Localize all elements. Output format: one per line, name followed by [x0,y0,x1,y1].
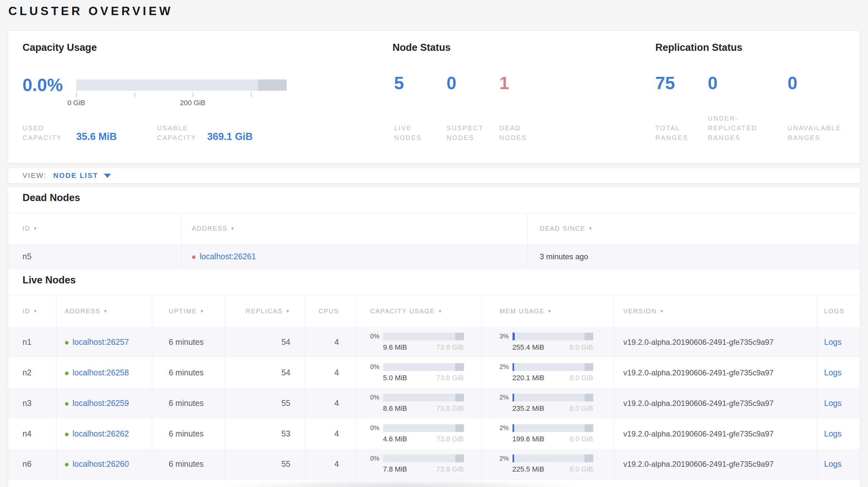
dead-nodes-count: 1 [499,73,509,93]
total-ranges-label: TOTAL RANGES [655,123,688,142]
unavailable-ranges-count: 0 [787,73,798,93]
dead-status-dot-icon [192,255,196,259]
capacity-total-value: 73.8 GiB [436,343,464,352]
mem-bar-tail [585,455,593,462]
live-nodes-label: LIVE NODES [394,123,422,142]
view-selector[interactable]: NODE LIST [53,171,111,180]
sort-arrow-icon: ▼ [33,226,38,231]
capacity-usage-bar [383,363,464,371]
total-ranges-count: 75 [655,73,675,93]
logs-link[interactable]: Logs [824,429,842,438]
capacity-total-value: 73.8 GiB [436,435,464,443]
node-address-cell: localhost:26257 [56,327,152,357]
node-replicas-count: 53 [224,419,305,449]
mem-used-value: 235.2 MiB [513,404,544,413]
node-address-link[interactable]: localhost:26262 [73,429,129,438]
replication-status-panel: Replication Status 75 TOTAL RANGES 0 UND… [655,31,861,163]
mem-total-value: 8.0 GiB [569,374,593,382]
column-header-mem-usage[interactable]: MEM USAGE▼ [481,296,614,327]
node-address-cell: localhost:26259 [56,388,152,419]
capacity-usage-cell: 0% 8.6 MiB 73.8 GiB [355,388,481,419]
tick-label-200gib: 200 GiB [167,99,218,107]
column-header-version[interactable]: VERSION▼ [614,296,817,327]
node-address-link[interactable]: localhost:26260 [73,459,129,468]
node-version-cell: v19.2.0-alpha.20190606-2491-gfe735c9a97 [614,419,817,449]
column-header-replicas[interactable]: REPLICAS▼ [224,296,305,327]
sort-arrow-icon: ▼ [230,226,235,231]
cluster-overview-page: CLUSTER OVERVIEW Capacity Usage 0.0% 0 G… [0,0,868,487]
node-cpus-count: 4 [305,357,355,388]
mem-usage-cell: 2% 199.6 MiB 8.0 GiB [481,419,614,449]
node-id: n3 [8,388,56,419]
mem-bar-tail [585,363,593,371]
live-nodes-count: 5 [394,73,404,93]
node-uptime: 6 minutes [152,449,224,480]
node-replicas-count: 55 [224,388,305,419]
node-status-panel: Node Status 5 LIVE NODES 0 SUSPECT NODES… [393,31,644,163]
mem-bar-tail [585,424,593,432]
mem-usage-bar [513,394,593,401]
column-header-dead-since[interactable]: DEAD SINCE▼ [527,214,860,244]
mem-bar-tail [585,333,593,340]
node-uptime: 6 minutes [152,419,224,449]
under-replicated-label: UNDER- REPLICATED RANGES [708,113,757,142]
node-id: n2 [8,357,56,388]
column-header-id[interactable]: ID▼ [8,214,181,244]
capacity-usage-percent: 0% [370,424,383,432]
mem-usage-cell: 3% 255.4 MiB 8.0 GiB [481,327,614,357]
capacity-bar-tail [455,394,464,401]
axis-tick [76,93,77,97]
logs-link[interactable]: Logs [824,398,842,408]
node-address-link[interactable]: localhost:26257 [73,337,129,347]
column-header-id[interactable]: ID▼ [8,296,56,327]
capacity-bar-tail [455,455,464,462]
mem-usage-percent: 2% [500,424,513,432]
column-header-cpus: CPUS [305,296,355,327]
capacity-used-value: 9.6 MiB [383,343,407,352]
capacity-percent: 0.0% [23,75,63,95]
live-nodes-table: ID▼ ADDRESS▼ UPTIME▼ REPLICAS▼ CPUS CAPA… [8,296,860,480]
node-version-cell: v19.2.0-alpha.20190606-2491-gfe735c9a97 [614,449,817,480]
mem-usage-percent: 2% [500,394,513,401]
unavailable-ranges-label: UNAVAILABLE RANGES [787,123,841,142]
logs-cell: Logs [817,327,860,357]
capacity-usage-cell: 0% 7.8 MiB 73.8 GiB [355,449,481,480]
node-cpus-count: 4 [305,327,355,357]
dead-node-row: n5 localhost:26261 3 minutes ago [8,244,860,269]
column-header-capacity-usage[interactable]: CAPACITY USAGE▼ [355,296,481,327]
column-header-address[interactable]: ADDRESS▼ [181,214,527,244]
live-status-dot-icon [65,371,68,375]
node-address-link[interactable]: localhost:26258 [73,368,129,377]
node-version-cell: v19.2.0-alpha.20190606-2491-gfe735c9a97 [614,327,817,357]
node-address-cell: localhost:26262 [56,419,152,449]
column-header-uptime[interactable]: UPTIME▼ [152,296,224,327]
tick-label-0gib: 0 GiB [63,99,89,107]
node-address-link[interactable]: localhost:26261 [200,252,256,261]
sort-arrow-icon: ▼ [103,309,108,314]
mem-usage-bar [513,363,593,371]
node-version-cell: v19.2.0-alpha.20190606-2491-gfe735c9a97 [614,357,817,388]
mem-total-value: 8.0 GiB [569,404,593,413]
suspect-nodes-label: SUSPECT NODES [446,123,484,142]
logs-link[interactable]: Logs [824,368,842,377]
mem-usage-percent: 3% [500,333,513,340]
logs-link[interactable]: Logs [824,337,842,347]
logs-link[interactable]: Logs [824,459,842,468]
live-status-dot-icon [65,341,68,345]
node-address-link[interactable]: localhost:26259 [73,398,129,408]
dead-nodes-table: ID▼ ADDRESS▼ DEAD SINCE▼ n5 localhost:26… [8,213,860,269]
capacity-usage-cell: 0% 9.6 MiB 73.8 GiB [355,327,481,357]
node-cpus-count: 4 [305,388,355,419]
view-label: VIEW: [23,171,46,180]
mem-usage-percent: 2% [500,363,513,370]
capacity-usage-percent: 0% [370,455,383,462]
mem-usage-cell: 2% 220.1 MiB 8.0 GiB [481,357,614,388]
node-status-title: Node Status [393,42,451,54]
summary-card: Capacity Usage 0.0% 0 GiB 200 GiB USED C… [8,31,860,163]
sort-arrow-icon: ▼ [33,309,38,314]
chevron-down-icon [104,174,111,178]
mem-bar-tail [585,394,593,401]
node-cpus-count: 4 [305,449,355,480]
mem-usage-percent: 2% [500,455,513,462]
column-header-address[interactable]: ADDRESS▼ [56,296,152,327]
